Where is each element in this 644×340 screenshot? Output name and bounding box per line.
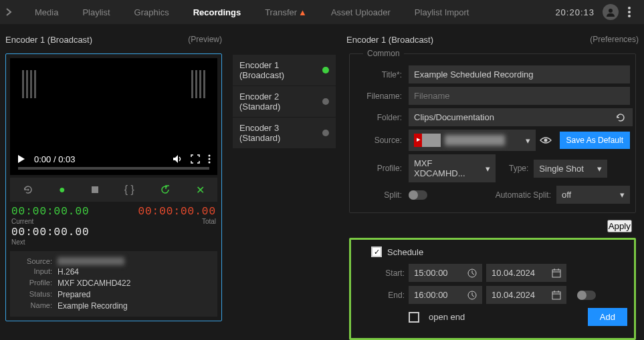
chevron-down-icon: ▾ [486, 164, 490, 174]
calendar-icon [552, 269, 561, 278]
tab-asset-uploader[interactable]: Asset Uploader [320, 2, 401, 23]
info-name-value: Example Recording [58, 301, 128, 311]
player-more-icon[interactable] [208, 154, 211, 164]
folder-input[interactable] [409, 108, 633, 126]
tab-transfer[interactable]: Transfer▲ [254, 2, 318, 23]
eye-icon[interactable] [540, 136, 552, 144]
player-time: 0:00 / 0:03 [34, 154, 75, 164]
tc-next-label: Next [11, 238, 90, 246]
svg-point-2 [628, 11, 631, 13]
svg-rect-11 [552, 270, 560, 277]
info-input-value: H.264 [58, 267, 79, 277]
filename-input[interactable] [409, 87, 630, 105]
auto-split-select[interactable]: off▾ [556, 186, 630, 204]
history-icon[interactable] [615, 112, 626, 123]
clip-info: Source: Input:H.264 Profile:MXF XDCAMHD4… [10, 251, 217, 317]
restore-icon[interactable] [160, 184, 171, 195]
svg-rect-8 [92, 186, 98, 193]
encoder-item-2[interactable]: Encoder 2 (Standard) [233, 86, 336, 117]
chevron-right-icon[interactable] [5, 8, 19, 16]
top-nav: Media Playlist Graphics Recordings Trans… [0, 0, 644, 24]
preferences-panel: Encoder 1 (Broadcast) (Preferences) Comm… [341, 24, 644, 340]
more-menu-icon[interactable] [621, 4, 637, 20]
svg-point-9 [544, 139, 547, 142]
save-default-button[interactable]: Save As Default [560, 132, 630, 149]
svg-point-1 [628, 7, 631, 9]
tc-current-label: Current [11, 218, 90, 225]
recorder-toolbar: ● { } ✕ [10, 178, 217, 202]
status-dot-icon [322, 130, 329, 136]
start-time-input[interactable]: 15:00:00 [409, 264, 482, 282]
tab-recordings[interactable]: Recordings [183, 2, 252, 23]
split-toggle[interactable] [409, 190, 427, 200]
fullscreen-icon[interactable] [191, 154, 200, 164]
end-date-input[interactable]: 10.04.2024 [486, 286, 566, 304]
title-input[interactable] [409, 65, 630, 83]
tab-graphics[interactable]: Graphics [124, 2, 180, 23]
video-player[interactable]: 0:00 / 0:03 [10, 58, 217, 175]
prefs-subtitle: (Preferences) [590, 35, 639, 44]
end-time-input[interactable]: 16:00:00 [409, 286, 482, 304]
refresh-icon[interactable] [23, 184, 33, 195]
encoder-list: Encoder 1 (Broadcast) Encoder 2 (Standar… [227, 24, 341, 340]
metadata-icon[interactable]: { } [124, 184, 134, 196]
clock-icon [467, 291, 477, 300]
tc-next: 00:00:00.00 [11, 226, 90, 238]
stop-icon[interactable] [91, 186, 99, 194]
close-icon[interactable]: ✕ [196, 184, 205, 196]
apply-button[interactable]: Apply [607, 220, 632, 232]
tab-playlist[interactable]: Playlist [72, 2, 120, 23]
play-icon[interactable] [17, 154, 26, 164]
volume-icon[interactable] [172, 154, 183, 164]
info-profile-value: MXF XDCAMHD422 [58, 279, 130, 288]
type-select[interactable]: Single Shot▾ [534, 160, 607, 178]
svg-point-7 [27, 189, 29, 191]
svg-rect-16 [552, 292, 560, 299]
clock: 20:20:13 [555, 7, 595, 17]
svg-point-3 [628, 15, 631, 17]
add-button[interactable]: Add [588, 308, 627, 326]
encoder-item-1[interactable]: Encoder 1 (Broadcast) [233, 55, 336, 86]
calendar-icon [552, 291, 561, 300]
user-icon[interactable] [603, 4, 619, 20]
open-end-checkbox[interactable] [409, 312, 419, 323]
common-fieldset: Common Title*: Filename: Folder: Source:… [349, 53, 636, 213]
status-dot-icon [322, 67, 329, 73]
tc-total-label: Total [138, 218, 216, 225]
status-dot-icon [322, 98, 329, 105]
clock-icon [467, 269, 477, 278]
common-legend: Common [363, 49, 404, 58]
source-select[interactable]: ▾ [409, 130, 536, 151]
schedule-label: Schedule [387, 247, 423, 257]
preview-title: Encoder 1 (Broadcast) [5, 35, 92, 45]
open-end-label: open end [429, 312, 465, 322]
tc-current: 00:00:00.00 [11, 206, 90, 218]
end-toggle[interactable] [577, 291, 596, 300]
chevron-down-icon: ▾ [620, 190, 625, 200]
schedule-section: ✓ Schedule Start: 15:00:00 10.04.2024 En… [349, 238, 636, 340]
prefs-title: Encoder 1 (Broadcast) [346, 35, 433, 45]
tc-total: 00:00:00.00 [138, 206, 216, 218]
tab-media[interactable]: Media [24, 2, 69, 23]
svg-point-5 [209, 158, 211, 160]
preview-panel: Encoder 1 (Broadcast) (Preview) 0:00 / 0… [0, 24, 227, 340]
record-icon[interactable]: ● [59, 184, 66, 196]
info-source-value [58, 257, 124, 265]
chevron-down-icon: ▾ [526, 136, 530, 146]
info-status-value: Prepared [58, 290, 90, 299]
warning-icon: ▲ [298, 7, 307, 17]
schedule-checkbox[interactable]: ✓ [371, 246, 382, 257]
start-date-input[interactable]: 10.04.2024 [486, 264, 566, 282]
nav-tabs: Media Playlist Graphics Recordings Trans… [24, 2, 479, 23]
encoder-item-3[interactable]: Encoder 3 (Standard) [233, 118, 336, 148]
tab-playlist-import[interactable]: Playlist Import [404, 2, 480, 23]
svg-point-6 [209, 162, 211, 164]
profile-select[interactable]: MXF XDCAMHD...▾ [409, 154, 496, 182]
preview-subtitle: (Preview) [188, 35, 222, 44]
svg-point-0 [609, 9, 613, 13]
svg-point-4 [209, 155, 211, 157]
chevron-down-icon: ▾ [597, 164, 602, 174]
